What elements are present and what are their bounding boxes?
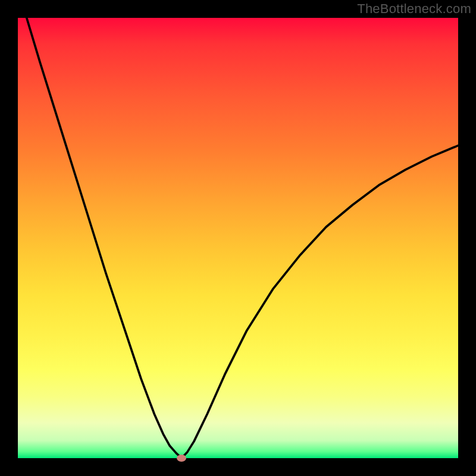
watermark-text: TheBottleneck.com <box>357 1 471 17</box>
chart-curve <box>18 18 458 458</box>
marker-dot <box>177 455 186 462</box>
curve-path <box>27 18 458 458</box>
chart-frame <box>18 18 458 458</box>
